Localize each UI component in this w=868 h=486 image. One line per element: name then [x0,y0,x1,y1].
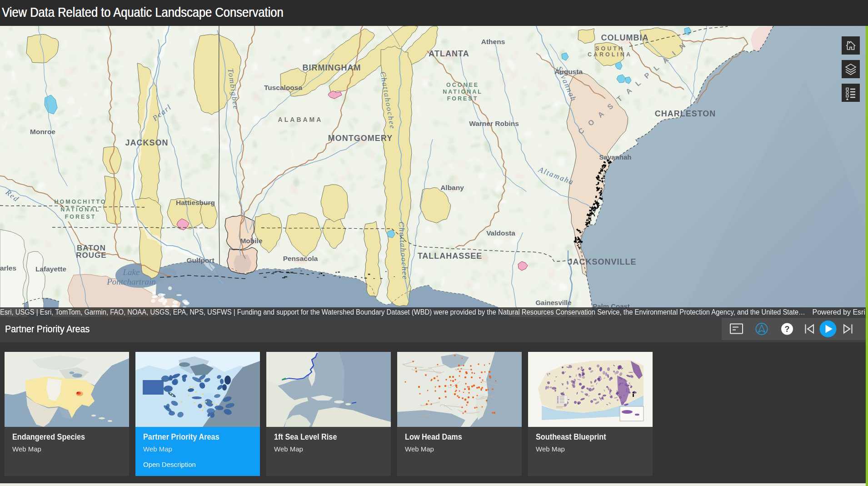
svg-text:COLUMBIA: COLUMBIA [601,33,649,42]
svg-text:Savannah: Savannah [599,153,632,161]
svg-text:TALLAHASSEE: TALLAHASSEE [418,251,483,261]
svg-text:Pontchartrain: Pontchartrain [106,277,156,286]
svg-text:HOMOCHITTO: HOMOCHITTO [54,199,106,205]
svg-text:Tuscaloosa: Tuscaloosa [264,84,303,91]
svg-text:Hattiesburg: Hattiesburg [176,199,215,206]
svg-text:JACKSON: JACKSON [125,138,168,147]
svg-text:SOUTH: SOUTH [595,45,624,52]
svg-text:OCONEE: OCONEE [446,82,479,88]
svg-text:Monroe: Monroe [30,128,55,135]
svg-text:FOREST: FOREST [447,95,479,102]
svg-text:CAROLINA: CAROLINA [588,51,632,58]
svg-text:Pensacola: Pensacola [283,255,318,262]
svg-text:Mobile: Mobile [240,237,262,245]
svg-text:Athens: Athens [481,38,505,45]
svg-text:Gainesville: Gainesville [535,299,571,306]
svg-text:Gulfport: Gulfport [186,256,214,264]
svg-text:ALABAMA: ALABAMA [278,116,323,123]
svg-text:Albany: Albany [440,184,464,191]
svg-text:Lafayette: Lafayette [35,265,66,273]
svg-text:Warner Robins: Warner Robins [469,120,519,127]
svg-text:NATIONAL: NATIONAL [443,89,483,95]
svg-text:NATIONAL: NATIONAL [60,206,100,213]
svg-text:BIRMINGHAM: BIRMINGHAM [303,63,361,72]
svg-text:?: ? [785,325,790,334]
svg-text:Lake: Lake [123,267,140,277]
svg-text:arles: arles [0,264,16,272]
svg-text:JACKSONVILLE: JACKSONVILLE [568,257,636,266]
svg-text:ATLANTA: ATLANTA [429,49,469,58]
svg-text:MONTGOMERY: MONTGOMERY [328,134,393,143]
svg-text:FOREST: FOREST [65,214,96,220]
svg-text:CHARLESTON: CHARLESTON [655,109,716,118]
svg-text:ROUGE: ROUGE [76,251,106,260]
svg-text:Valdosta: Valdosta [486,229,515,237]
